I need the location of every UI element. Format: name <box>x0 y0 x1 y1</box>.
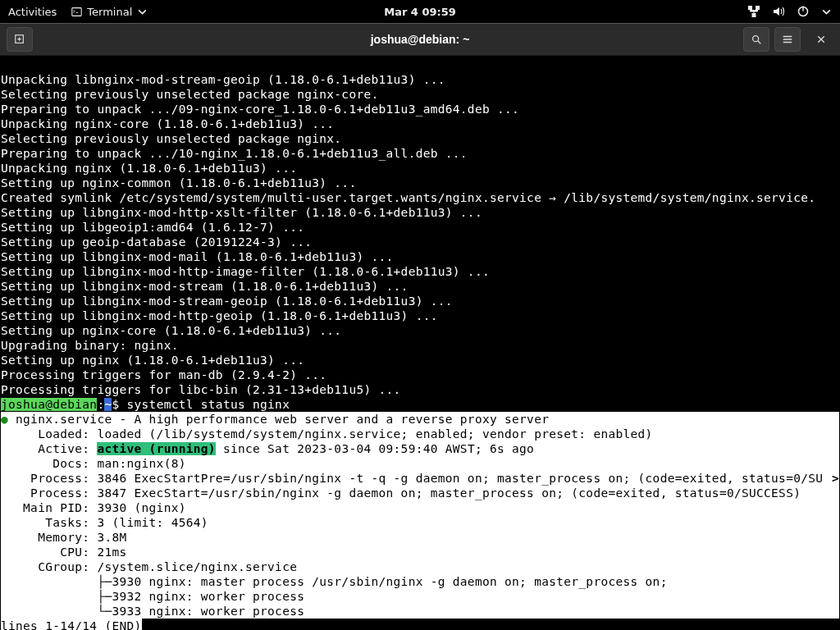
svg-rect-0 <box>72 7 81 16</box>
search-button[interactable] <box>743 27 769 52</box>
terminal-output-line: Unpacking nginx (1.18.0-6.1+deb11u3) ... <box>1 161 839 176</box>
app-menu[interactable]: Terminal <box>71 6 148 18</box>
terminal-output-line: Upgrading binary: nginx. <box>1 338 839 353</box>
terminal-output-line: Processing triggers for man-db (2.9.4-2)… <box>1 368 839 382</box>
terminal-icon <box>71 7 82 17</box>
activities-button[interactable]: Activities <box>8 6 57 18</box>
status-active-value: active (running) <box>97 442 215 455</box>
terminal-content[interactable]: Unpacking libnginx-mod-stream-geoip (1.1… <box>0 56 840 630</box>
terminal-output-line: Preparing to unpack .../10-nginx_1.18.0-… <box>1 146 839 161</box>
system-tray[interactable] <box>747 5 832 18</box>
command-text: systemctl status nginx <box>127 398 290 411</box>
svg-rect-1 <box>748 6 752 10</box>
svg-rect-3 <box>752 13 756 17</box>
chevron-down-icon <box>821 7 832 17</box>
terminal-output-line: Setting up nginx (1.18.0-6.1+deb11u3) ..… <box>1 353 839 368</box>
network-icon <box>747 5 760 18</box>
svg-point-7 <box>753 36 759 42</box>
app-menu-label: Terminal <box>87 6 132 18</box>
terminal-output-line: Setting up libnginx-mod-http-xslt-filter… <box>1 205 839 220</box>
terminal-output-line: Created symlink /etc/systemd/system/mult… <box>1 190 839 205</box>
clock[interactable]: Mar 4 09:59 <box>384 6 456 18</box>
systemctl-status-output: ● nginx.service - A high performance web… <box>1 412 839 619</box>
new-tab-button[interactable] <box>7 27 33 52</box>
terminal-output-line: Setting up libnginx-mod-stream-geoip (1.… <box>1 294 839 308</box>
window-titlebar: joshua@debian: ~ <box>0 23 840 56</box>
prompt-user: joshua@debian <box>1 398 97 411</box>
terminal-output-line: Setting up nginx-common (1.18.0-6.1+deb1… <box>1 176 839 190</box>
gnome-top-bar: Activities Terminal Mar 4 09:59 <box>0 0 840 23</box>
terminal-output-line: Setting up libnginx-mod-http-image-filte… <box>1 264 839 279</box>
close-button[interactable] <box>809 27 833 52</box>
terminal-output-line: Unpacking libnginx-mod-stream-geoip (1.1… <box>1 72 839 87</box>
terminal-output-line: Setting up libnginx-mod-http-geoip (1.18… <box>1 308 839 323</box>
terminal-output-line: Setting up libnginx-mod-mail (1.18.0-6.1… <box>1 249 839 264</box>
terminal-output-line: Setting up nginx-core (1.18.0-6.1+deb11u… <box>1 323 839 338</box>
volume-icon <box>772 5 785 18</box>
prompt-path: ~ <box>104 398 112 411</box>
cursor <box>142 620 149 630</box>
terminal-output-line: Preparing to unpack .../09-nginx-core_1.… <box>1 102 839 116</box>
window-title: joshua@debian: ~ <box>371 33 470 46</box>
scroll-right-indicator: > <box>832 471 839 486</box>
terminal-output-line: Setting up libnginx-mod-stream (1.18.0-6… <box>1 279 839 294</box>
pager-status: lines 1-14/14 (END) <box>1 619 142 630</box>
svg-rect-2 <box>756 6 760 10</box>
terminal-output-line: Setting up geoip-database (20191224-3) .… <box>1 235 839 249</box>
chevron-down-icon <box>137 7 148 17</box>
terminal-output-line: Unpacking nginx-core (1.18.0-6.1+deb11u3… <box>1 116 839 131</box>
hamburger-menu-button[interactable] <box>774 27 801 52</box>
terminal-output-line: Selecting previously unselected package … <box>1 87 839 102</box>
terminal-output-line: Processing triggers for libc-bin (2.31-1… <box>1 382 839 397</box>
svg-rect-5 <box>802 7 804 11</box>
terminal-output-line: Setting up libgeoip1:amd64 (1.6.12-7) ..… <box>1 220 839 235</box>
power-icon <box>797 5 810 18</box>
terminal-output-line: Selecting previously unselected package … <box>1 131 839 146</box>
